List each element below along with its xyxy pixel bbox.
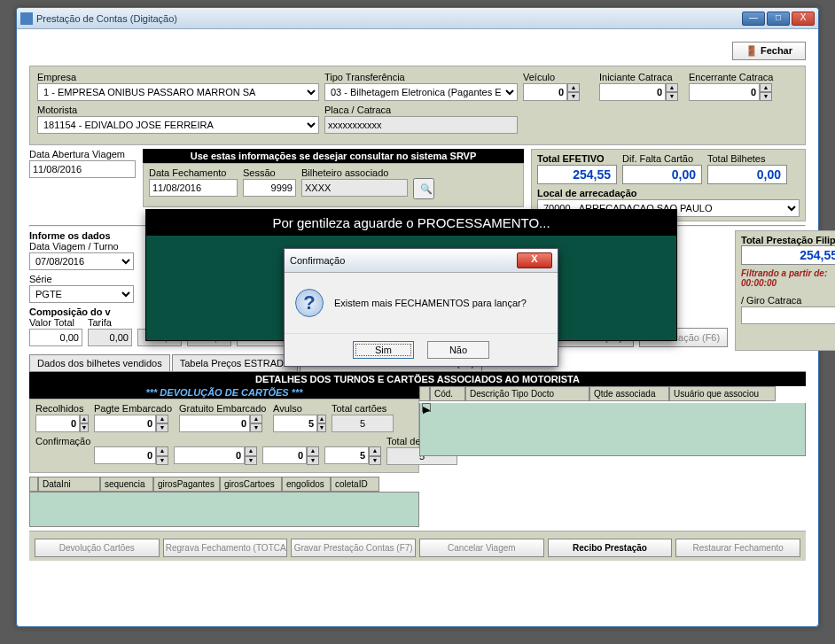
data-viagem-turno-select[interactable]: 07/08/2016 — [29, 252, 134, 270]
minimize-button[interactable]: — — [742, 12, 765, 26]
fechar-button[interactable]: 🚪 Fechar — [732, 42, 806, 60]
gravar-prestacao-button: Gravar Prestação Contas (F7) — [291, 539, 416, 557]
total-cartoes-value — [332, 415, 394, 432]
nao-button[interactable]: Não — [427, 341, 489, 359]
local-arrecadacao-label: Local de arrecadação — [537, 188, 800, 198]
dialog-close-button[interactable]: X — [517, 252, 552, 268]
conf-spinner4[interactable]: ▲▼ — [324, 446, 381, 465]
devolucao-cartoes-header: *** DEVOLUÇÃO DE CARTÕES *** — [29, 386, 419, 399]
total-bilhetes-value: 0,00 — [707, 165, 787, 184]
tipo-transferencia-label: Tipo Transferência — [324, 72, 518, 82]
empresa-label: Empresa — [37, 72, 319, 82]
filtrando-label: Filtrando a partir de: 00:00:00 — [741, 268, 835, 288]
sim-button[interactable]: Sim — [353, 341, 414, 359]
app-icon — [20, 12, 33, 25]
regrava-fechamento-button: Regrava Fechamento (TOTCAJ) — [163, 539, 288, 557]
bilheteiro-label: Bilheteiro associado — [301, 167, 408, 178]
tarifa-label: Tarifa — [88, 317, 132, 328]
grid-col-usuario: Usuário que associou — [669, 386, 776, 401]
data-fechamento-label: Data Fechamento — [149, 167, 238, 178]
cancelar-viagem-button: Cancelar Viagem — [419, 539, 544, 557]
gratuito-embarcado-label: Gratuito Embarcado — [179, 403, 268, 414]
total-cartoes-label: Total cartões — [332, 403, 394, 414]
pagte-embarcado-spinner[interactable]: ▲▼ — [94, 415, 174, 432]
encerrante-catraca-spinner[interactable]: ▲▼ — [689, 83, 777, 101]
tab-tabela-precos[interactable]: Tabela Preços ESTRADA — [172, 354, 299, 371]
tipo-transferencia-select[interactable]: 03 - Bilhetagem Eletronica (Pagantes Emb… — [324, 83, 518, 101]
titlebar: Prestação de Contas (Digitação) — □ X — [17, 8, 818, 29]
placa-catraca-label: Placa / Catraca — [324, 105, 518, 115]
veiculo-spinner[interactable]: ▲▼ — [523, 83, 594, 101]
total-efetivo-label: Total EFETIVO — [537, 153, 617, 164]
conf-spinner1[interactable]: ▲▼ — [94, 446, 168, 465]
tab-dados-bilhetes[interactable]: Dados dos bilhetes vendidos — [29, 354, 170, 371]
iniciante-catraca-label: Iniciante Catraca — [599, 72, 683, 82]
grid2-col-engolidos: engolidos — [282, 477, 331, 492]
question-icon: ? — [295, 289, 324, 317]
motorista-label: Motorista — [37, 105, 319, 115]
grid-col-descricao: Descrição Tipo Docto — [465, 386, 589, 401]
data-fechamento-input[interactable] — [149, 179, 238, 197]
close-button[interactable]: X — [792, 12, 815, 26]
devolucao-cartoes-button: Devolução Cartões — [35, 539, 160, 557]
detalhes-title-bar: DETALHES DOS TURNOS E CARTÕES ASSOCIADOS… — [29, 372, 806, 386]
dialog-title: Confirmação — [290, 255, 345, 266]
recibo-prestacao-button[interactable]: Recibo Prestação — [548, 539, 673, 557]
overlay-title: Por gentileza aguarde o PROCESSAMENTO... — [146, 210, 676, 236]
confirmacao-label: Confirmação — [35, 436, 89, 446]
conf-spinner3[interactable]: ▲▼ — [262, 446, 319, 465]
placa-catraca-input — [324, 116, 518, 134]
grid2-col-coletaid: coletaID — [331, 477, 379, 492]
total-bilhetes-label: Total Bilhetes — [707, 153, 787, 164]
restaurar-fechamento-button: Restaurar Fechamento — [675, 539, 800, 557]
grid2-col-giroscartoes: girosCartoes — [220, 477, 282, 492]
dif-falta-label: Dif. Falta Cartão — [622, 153, 702, 164]
serie-select[interactable]: PGTE — [29, 285, 134, 303]
data-viagem-turno-label: Data Viagem / Turno — [29, 241, 134, 252]
srvp-infobar: Use estas informações se desejar consult… — [143, 149, 524, 163]
tarifa-input — [88, 329, 132, 346]
total-filipeta-label: Total Prestação Filipeta — [741, 235, 835, 245]
recolhidos-label: Recolhidos — [35, 403, 89, 414]
grid-col-cod: Cód. — [430, 386, 465, 401]
bilheteiro-input — [301, 179, 408, 197]
recolhidos-spinner[interactable]: ▲▼ — [35, 415, 89, 432]
grid2-col-dataini: DataIni — [38, 477, 100, 492]
pagte-embarcado-label: Pagte Embarcado — [94, 403, 174, 414]
data-abertura-input[interactable] — [29, 160, 136, 178]
grid2-col-girospagantes: girosPagantes — [153, 477, 220, 492]
dialog-message: Existem mais FECHAMENTOS para lançar? — [334, 298, 527, 308]
conf-spinner2[interactable]: ▲▼ — [174, 446, 257, 465]
grid2-body[interactable] — [29, 492, 419, 527]
motorista-select[interactable]: 181154 - EDIVALDO JOSE FERREIRA — [37, 116, 319, 134]
confirm-dialog: Confirmação X ? Existem mais FECHAMENTOS… — [284, 248, 558, 367]
valor-total-input[interactable] — [29, 329, 82, 346]
maximize-button[interactable]: □ — [767, 12, 790, 26]
gratuito-embarcado-spinner[interactable]: ▲▼ — [179, 415, 268, 432]
total-efetivo-value: 254,55 — [537, 165, 617, 184]
serie-label: Série — [29, 274, 134, 284]
avulso-spinner[interactable]: ▲▼ — [273, 415, 326, 432]
grid2-col-sequencia: sequencia — [100, 477, 153, 492]
giro-catraca-input[interactable] — [741, 306, 835, 324]
sessao-input[interactable] — [243, 179, 296, 197]
giro-catraca-label: / Giro Catraca — [741, 295, 835, 306]
grid-body[interactable]: ▶ — [419, 403, 806, 456]
total-filipeta-value: 254,55 — [741, 245, 835, 265]
encerrante-catraca-label: Encerrante Catraca — [689, 72, 777, 82]
iniciante-catraca-spinner[interactable]: ▲▼ — [599, 83, 683, 101]
window-title: Prestação de Contas (Digitação) — [36, 13, 742, 24]
valor-total-label: Valor Total — [29, 317, 82, 328]
search-icon-button[interactable]: 🔍 — [413, 178, 434, 199]
empresa-select[interactable]: 1 - EMPRESA ONIBUS PASSARO MARRON SA — [37, 83, 319, 101]
sessao-label: Sessão — [243, 167, 296, 178]
dif-falta-value: 0,00 — [622, 165, 702, 184]
veiculo-label: Veículo — [523, 72, 594, 82]
avulso-label: Avulso — [273, 403, 326, 414]
data-abertura-label: Data Abertura Viagem — [29, 149, 136, 159]
grid-col-qtde: Qtde associada — [589, 386, 669, 401]
